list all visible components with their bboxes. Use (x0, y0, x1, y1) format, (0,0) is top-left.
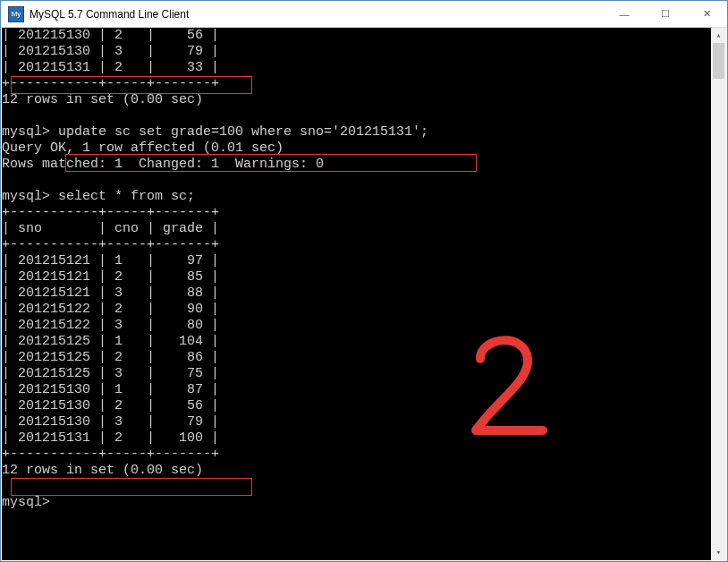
terminal-output[interactable]: | 201215130 | 2 | 56 | | 201215130 | 3 |… (2, 28, 711, 560)
close-button[interactable]: ✕ (686, 1, 727, 27)
minimize-button[interactable]: — (604, 1, 645, 27)
terminal-area: | 201215130 | 2 | 56 | | 201215130 | 3 |… (2, 28, 726, 560)
window-title: MySQL 5.7 Command Line Client (30, 8, 189, 21)
title-bar[interactable]: My MySQL 5.7 Command Line Client — ☐ ✕ (1, 1, 727, 28)
maximize-button[interactable]: ☐ (645, 1, 686, 27)
scroll-down-button[interactable]: ▾ (711, 545, 726, 560)
app-window: My MySQL 5.7 Command Line Client — ☐ ✕ |… (0, 0, 728, 562)
scroll-thumb[interactable] (713, 43, 724, 79)
scroll-up-button[interactable]: ▴ (711, 28, 726, 43)
scroll-track[interactable] (711, 43, 726, 545)
vertical-scrollbar[interactable]: ▴ ▾ (711, 28, 726, 560)
app-icon: My (8, 6, 24, 22)
